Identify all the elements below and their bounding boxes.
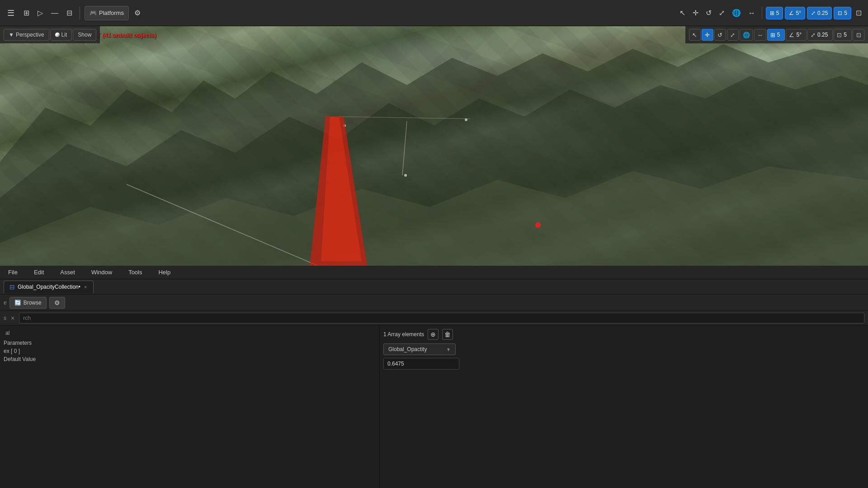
toolbar-icon-mode1[interactable]: ⊞ xyxy=(21,6,32,20)
maximize-btn[interactable]: ⊡ xyxy=(853,6,864,20)
parameters-row: Parameters xyxy=(4,340,376,346)
vp-angle-btn[interactable]: ∠ 5° xyxy=(786,29,806,41)
move-tool-btn[interactable]: ✛ xyxy=(690,6,701,20)
left-edge-label: e xyxy=(4,300,7,306)
menu-bar: File Edit Asset Window Tools Help xyxy=(0,266,868,279)
content-area: al Parameters ex [ 0 ] Default Value 1 A… xyxy=(0,325,868,488)
filter-input[interactable] xyxy=(19,313,864,324)
top-toolbar: ☰ ⊞ ▷ — ⊟ 🎮 Platforms ⚙ ↖ ✛ ↺ ⤢ 🌐 ↔ ⊞ 5 … xyxy=(0,0,868,26)
vp-grid-btn[interactable]: ⊞ 5 xyxy=(767,29,785,41)
bottom-panel: ⊟ Global_OpacityCollection• × e 🔄 Browse… xyxy=(0,279,868,488)
viewport-right-controls: ↖ ✛ ↺ ⤢ 🌐 ↔ ⊞ 5 ∠ 5° ⤢ 0.25 ⊡ 5 ⊡ xyxy=(685,26,868,43)
svg-point-5 xyxy=(404,174,407,177)
world-icon-btn[interactable]: 🌐 xyxy=(729,6,744,20)
svg-point-4 xyxy=(465,118,467,121)
section-label: al xyxy=(4,329,376,337)
snap-num-btn[interactable]: ⊡ 5 xyxy=(834,7,851,19)
platforms-button[interactable]: 🎮 Platforms xyxy=(85,6,129,20)
filter-row: s × xyxy=(0,311,868,325)
menu-tools[interactable]: Tools xyxy=(125,267,146,277)
angle-num: 5° xyxy=(796,10,801,16)
menu-edit[interactable]: Edit xyxy=(30,267,47,277)
filter-left-label: s xyxy=(4,315,6,321)
perspective-icon: ▼ xyxy=(9,32,14,38)
snap-icon: ⊡ xyxy=(838,10,842,16)
vp-world-btn[interactable]: 🌐 xyxy=(740,29,753,41)
vp-local-btn[interactable]: ↔ xyxy=(754,29,766,41)
active-tab[interactable]: ⊟ Global_OpacityCollection• × xyxy=(4,281,94,293)
viewport[interactable]: LIGHTING NEEDS TO BE REBUILT (41 unbuilt… xyxy=(0,26,868,266)
browse-button[interactable]: 🔄 Browse xyxy=(9,297,47,309)
scale-num: 0.25 xyxy=(817,10,828,16)
default-value-input[interactable] xyxy=(383,358,459,370)
index-row: ex [ 0 ] xyxy=(4,348,376,354)
toolbar-icon-mode4[interactable]: ⊟ xyxy=(64,6,75,20)
toolbar-icon-mode2[interactable]: ▷ xyxy=(35,6,46,20)
tab-label: Global_OpacityCollection• xyxy=(18,284,80,290)
platforms-icon: 🎮 xyxy=(90,9,97,16)
grid-snap-btn[interactable]: ⊞ 5 xyxy=(766,7,783,19)
browse-icon: 🔄 xyxy=(14,300,21,306)
dropdown-arrow-icon: ▼ xyxy=(446,347,451,352)
settings-tool-btn[interactable]: ⚙ xyxy=(49,297,65,309)
vp-select-btn[interactable]: ↖ xyxy=(689,29,701,41)
angle-snap-btn[interactable]: ∠ 5° xyxy=(785,7,805,19)
menu-window[interactable]: Window xyxy=(88,267,116,277)
viewport-background: LIGHTING NEEDS TO BE REBUILT (41 unbuilt… xyxy=(0,26,868,266)
vp-scale-btn[interactable]: ⤢ xyxy=(727,29,739,41)
add-icon: ⊕ xyxy=(430,331,436,338)
default-value-input-row xyxy=(383,358,864,370)
default-value-row: Default Value xyxy=(4,356,376,362)
grid-icon: ⊞ xyxy=(770,10,774,16)
hamburger-icon: ☰ xyxy=(7,9,14,18)
tab-close-btn[interactable]: × xyxy=(83,284,88,290)
viewport-left-controls: ▼ Perspective Lit Show xyxy=(0,26,100,43)
menu-file[interactable]: File xyxy=(5,267,21,277)
tab-icon: ⊟ xyxy=(9,283,15,291)
select-tool-btn[interactable]: ↖ xyxy=(677,6,688,20)
add-element-btn[interactable]: ⊕ xyxy=(428,329,439,340)
global-opacity-value: Global_Opactity xyxy=(388,346,427,352)
filter-close-btn[interactable]: × xyxy=(9,314,16,322)
vp-translate-btn[interactable]: ✛ xyxy=(702,29,713,41)
menu-help[interactable]: Help xyxy=(155,267,174,277)
settings-icon-btn[interactable]: ⚙ xyxy=(132,6,143,20)
default-value-label: Default Value xyxy=(4,356,49,362)
perspective-view-btn[interactable]: ▼ Perspective xyxy=(4,29,49,41)
terrain-svg xyxy=(0,26,868,266)
toolbar-row: e 🔄 Browse ⚙ xyxy=(0,295,868,311)
lit-label: Lit xyxy=(61,32,67,38)
lit-circle-icon xyxy=(55,33,60,37)
delete-element-btn[interactable]: 🗑 xyxy=(442,329,453,340)
lit-view-btn[interactable]: Lit xyxy=(50,29,72,41)
parameters-label: Parameters xyxy=(4,340,49,346)
snap-num: 5 xyxy=(844,10,847,16)
scale-snap-btn[interactable]: ⤢ 0.25 xyxy=(807,7,832,19)
toolbar-icon-mode3[interactable]: — xyxy=(48,6,61,20)
global-opacity-dropdown[interactable]: Global_Opactity ▼ xyxy=(383,343,456,355)
settings-icon: ⚙ xyxy=(54,299,60,306)
rotate-tool-btn[interactable]: ↺ xyxy=(703,6,714,20)
platforms-label: Platforms xyxy=(99,9,124,16)
vp-rotate-btn[interactable]: ↺ xyxy=(714,29,726,41)
grid-num: 5 xyxy=(776,10,779,16)
vp-grid-num: 5 xyxy=(775,32,782,38)
array-header-row: 1 Array elements ⊕ 🗑 xyxy=(383,329,864,340)
delete-icon: 🗑 xyxy=(444,331,451,338)
vp-scale-val-btn[interactable]: ⤢ 0.25 xyxy=(807,29,833,41)
vp-scale-val: 0.25 xyxy=(816,32,830,38)
index-label: ex [ 0 ] xyxy=(4,348,49,354)
vp-snap-btn[interactable]: ⊡ 5 xyxy=(834,29,852,41)
vp-fullscreen-btn[interactable]: ⊡ xyxy=(853,29,864,41)
scale-tool-btn[interactable]: ⤢ xyxy=(716,6,727,20)
local-icon-btn[interactable]: ↔ xyxy=(745,6,758,20)
hamburger-button[interactable]: ☰ xyxy=(4,6,18,20)
menu-asset[interactable]: Asset xyxy=(57,267,79,277)
separator-2 xyxy=(762,7,762,19)
show-view-btn[interactable]: Show xyxy=(73,29,96,41)
browse-label: Browse xyxy=(24,300,42,306)
right-toolbar: ↖ ✛ ↺ ⤢ 🌐 ↔ ⊞ 5 ∠ 5° ⤢ 0.25 ⊡ 5 ⊡ xyxy=(677,6,864,20)
global-opacity-row: Global_Opactity ▼ xyxy=(383,343,864,355)
vp-snap-num: 5 xyxy=(842,32,849,38)
separator-1 xyxy=(80,7,80,19)
